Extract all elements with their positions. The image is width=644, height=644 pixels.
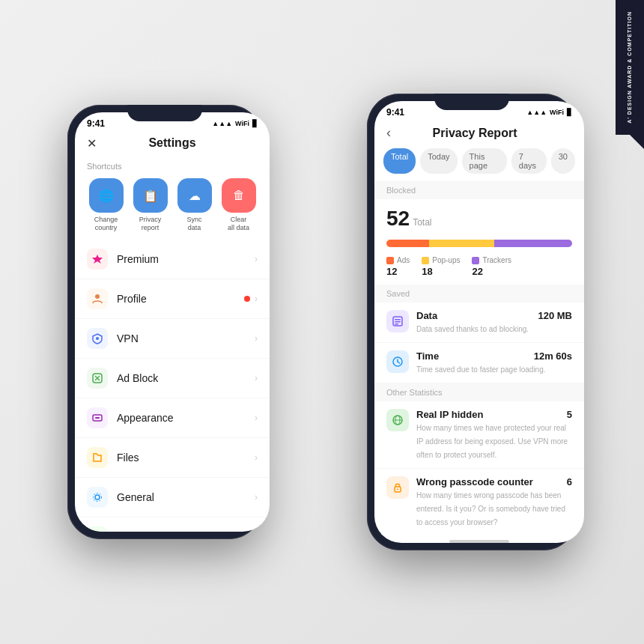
legend-name-ads: Ads bbox=[397, 256, 410, 264]
data-desc: Data saved thanks to ad blocking. bbox=[416, 325, 529, 333]
legend-name-trackers: Trackers bbox=[482, 256, 511, 264]
real-ip-title-row: Real IP hidden 5 bbox=[416, 409, 572, 420]
profile-icon bbox=[87, 288, 108, 309]
close-icon[interactable]: ✕ bbox=[87, 136, 97, 151]
real-ip-count: 5 bbox=[567, 409, 572, 420]
notch-left bbox=[127, 105, 202, 121]
data-icon bbox=[386, 310, 409, 332]
svg-rect-14 bbox=[395, 319, 401, 321]
menu-item-vpn[interactable]: VPN › bbox=[75, 319, 270, 359]
files-chevron: › bbox=[255, 452, 258, 463]
adblock-label: Ad Block bbox=[117, 372, 255, 384]
bar-popups bbox=[429, 240, 494, 247]
menu-item-player[interactable]: Player › bbox=[75, 517, 270, 532]
legend-dot-ads bbox=[386, 257, 394, 264]
svg-line-19 bbox=[398, 362, 400, 363]
appearance-label: Appearance bbox=[117, 412, 255, 424]
passcode-title-row: Wrong passcode counter 6 bbox=[416, 476, 572, 487]
premium-label: Premium bbox=[117, 253, 255, 265]
svg-point-2 bbox=[96, 337, 99, 340]
time-value: 12m 60s bbox=[534, 350, 572, 362]
legend-popups-dot-row: Pop-ups bbox=[422, 256, 460, 264]
svg-rect-15 bbox=[395, 321, 401, 323]
shortcuts-label: Shortcuts bbox=[87, 162, 258, 171]
real-ip-icon bbox=[386, 409, 409, 431]
clear-icon: 🗑 bbox=[222, 178, 256, 213]
menu-item-adblock[interactable]: Ad Block › bbox=[75, 359, 270, 398]
data-value: 120 MB bbox=[538, 310, 572, 321]
real-ip-info: Real IP hidden 5 How many times we have … bbox=[416, 409, 572, 461]
blocked-total-label: Total bbox=[413, 217, 431, 228]
files-label: Files bbox=[117, 452, 255, 464]
tab-30[interactable]: 30 bbox=[551, 148, 575, 174]
legend-ads-dot-row: Ads bbox=[386, 256, 410, 264]
shortcut-clear[interactable]: 🗑 Clear all data bbox=[219, 178, 258, 232]
menu-item-files[interactable]: Files › bbox=[75, 438, 270, 478]
change-country-icon: 🌐 bbox=[89, 178, 124, 213]
real-ip-desc: How many times we have protected your re… bbox=[416, 424, 568, 459]
menu-item-general[interactable]: General › bbox=[75, 478, 270, 517]
phone-settings: 9:41 ▲▲▲ WiFi ▊ ✕ Settings Shortcuts 🌐 bbox=[67, 105, 262, 539]
general-icon bbox=[87, 487, 108, 508]
time-icon bbox=[386, 350, 409, 373]
shortcut-sync[interactable]: ☁ Sync data bbox=[175, 178, 213, 232]
svg-point-8 bbox=[95, 495, 100, 499]
phone-privacy-report: 9:41 ▲▲▲ WiFi ▊ ‹ Privacy Report Total T… bbox=[367, 94, 577, 550]
appearance-icon bbox=[87, 407, 108, 428]
player-icon bbox=[87, 526, 108, 532]
saved-section-label: Saved bbox=[374, 285, 584, 303]
sync-icon: ☁ bbox=[177, 178, 212, 213]
tab-this-page[interactable]: This page bbox=[462, 148, 507, 174]
tab-today[interactable]: Today bbox=[420, 148, 457, 174]
svg-rect-16 bbox=[395, 323, 398, 325]
other-stats-label: Other Statistics bbox=[374, 383, 584, 401]
profile-chevron: › bbox=[255, 294, 258, 304]
time-desc: Time saved due to faster page loading. bbox=[416, 365, 546, 374]
blocked-number: 52 bbox=[386, 207, 410, 231]
svg-point-24 bbox=[397, 489, 398, 490]
award-text: A' DESIGN AWARD & COMPETITION bbox=[626, 11, 633, 124]
status-icons-left: ▲▲▲ WiFi ▊ bbox=[212, 120, 258, 127]
menu-item-appearance[interactable]: Appearance › bbox=[75, 398, 270, 438]
player-label: Player bbox=[117, 531, 255, 532]
legend-value-popups: 18 bbox=[422, 266, 460, 277]
svg-point-1 bbox=[95, 294, 100, 299]
legend-trackers: Trackers 22 bbox=[472, 256, 511, 277]
legend-popups: Pop-ups 18 bbox=[422, 256, 460, 277]
passcode-info: Wrong passcode counter 6 How many times … bbox=[416, 476, 572, 528]
legend-value-trackers: 22 bbox=[472, 266, 511, 277]
time-title-row: Time 12m 60s bbox=[416, 350, 572, 362]
shortcut-change-country[interactable]: 🌐 Change country bbox=[87, 178, 125, 232]
vpn-icon bbox=[87, 328, 108, 349]
svg-point-9 bbox=[94, 493, 102, 501]
menu-item-premium[interactable]: Premium › bbox=[75, 240, 270, 279]
menu-item-profile[interactable]: Profile › bbox=[75, 279, 270, 319]
saved-time-item: Time 12m 60s Time saved due to faster pa… bbox=[374, 343, 584, 383]
passcode-count: 6 bbox=[567, 476, 572, 487]
blocked-section-label: Blocked bbox=[374, 181, 584, 199]
home-indicator-right bbox=[374, 535, 584, 543]
shortcut-label-clear: Clear all data bbox=[228, 216, 249, 232]
general-chevron: › bbox=[255, 492, 258, 502]
appearance-chevron: › bbox=[255, 413, 258, 423]
files-icon bbox=[87, 447, 108, 468]
vpn-label: VPN bbox=[117, 332, 255, 344]
passcode-icon bbox=[386, 476, 409, 499]
blocked-bar-chart bbox=[386, 240, 572, 247]
data-title: Data bbox=[416, 310, 437, 321]
notch-right bbox=[434, 94, 509, 110]
passcode-desc: How many times wrong passcode has been e… bbox=[416, 491, 565, 526]
privacy-report-icon: 📋 bbox=[133, 178, 168, 213]
settings-title: Settings bbox=[148, 136, 195, 150]
tab-total[interactable]: Total bbox=[383, 148, 416, 174]
tab-7days[interactable]: 7 days bbox=[511, 148, 547, 174]
settings-header: ✕ Settings bbox=[75, 132, 270, 157]
back-icon[interactable]: ‹ bbox=[386, 125, 391, 141]
shortcuts-section: Shortcuts 🌐 Change country 📋 Privacy rep… bbox=[75, 157, 270, 240]
status-icons-right: ▲▲▲ WiFi ▊ bbox=[526, 109, 572, 116]
privacy-report-title: Privacy Report bbox=[398, 127, 551, 140]
premium-chevron: › bbox=[255, 254, 258, 264]
shortcut-privacy-report[interactable]: 📋 Privacy report bbox=[131, 178, 169, 232]
stats-passcode: Wrong passcode counter 6 How many times … bbox=[374, 469, 584, 535]
shortcuts-grid: 🌐 Change country 📋 Privacy report ☁ Sync… bbox=[87, 178, 258, 232]
